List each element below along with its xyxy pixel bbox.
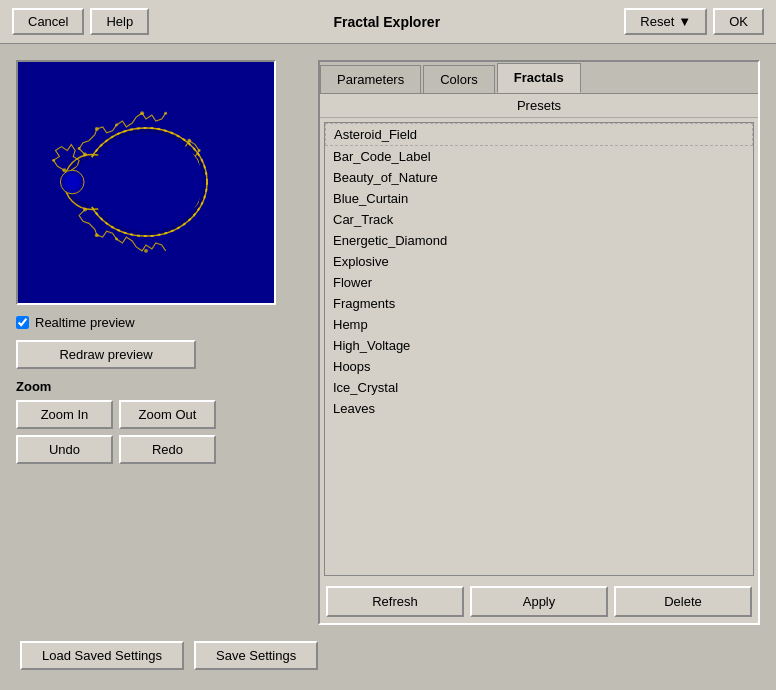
redo-button[interactable]: Redo [119,435,216,464]
list-item[interactable]: Bar_Code_Label [325,146,753,167]
tab-fractals[interactable]: Fractals [497,63,581,93]
svg-point-8 [83,152,87,156]
undo-button[interactable]: Undo [16,435,113,464]
svg-point-11 [115,123,118,126]
list-item[interactable]: Hoops [325,356,753,377]
list-item[interactable]: Explosive [325,251,753,272]
svg-point-10 [95,127,99,131]
zoom-out-button[interactable]: Zoom Out [119,400,216,429]
svg-point-23 [64,174,80,190]
title-bar-right: Reset ▼ OK [624,8,764,35]
ok-button[interactable]: OK [713,8,764,35]
refresh-button[interactable]: Refresh [326,586,464,617]
bottom-bar: Load Saved Settings Save Settings [16,637,760,674]
zoom-label: Zoom [16,379,306,394]
realtime-row: Realtime preview [16,315,306,330]
zoom-in-button[interactable]: Zoom In [16,400,113,429]
title-bar: Cancel Help Fractal Explorer Reset ▼ OK [0,0,776,44]
svg-point-20 [187,139,191,143]
svg-point-21 [198,149,201,152]
svg-point-13 [164,112,167,115]
apply-button[interactable]: Apply [470,586,608,617]
redraw-preview-button[interactable]: Redraw preview [16,340,196,369]
load-settings-button[interactable]: Load Saved Settings [20,641,184,670]
svg-point-17 [144,249,148,253]
svg-point-19 [52,159,55,162]
app-title: Fractal Explorer [333,14,440,30]
title-bar-left: Cancel Help [12,8,149,35]
presets-label: Presets [320,94,758,118]
list-item[interactable]: Flower [325,272,753,293]
right-panel: Parameters Colors Fractals Presets Aster… [318,60,760,625]
zoom-section: Zoom Zoom In Zoom Out Undo Redo [16,379,306,464]
list-item[interactable]: Asteroid_Field [325,123,753,146]
zoom-buttons: Zoom In Zoom Out Undo Redo [16,400,216,464]
chevron-down-icon: ▼ [678,14,691,29]
list-item[interactable]: Beauty_of_Nature [325,167,753,188]
tabs: Parameters Colors Fractals [320,62,758,94]
svg-point-16 [115,238,118,241]
top-section: Realtime preview Redraw preview Zoom Zoo… [16,60,760,625]
help-button[interactable]: Help [90,8,149,35]
svg-point-9 [78,147,81,150]
list-item[interactable]: Blue_Curtain [325,188,753,209]
list-item[interactable]: High_Voltage [325,335,753,356]
list-item[interactable]: Ice_Crystal [325,377,753,398]
main-content: Realtime preview Redraw preview Zoom Zoo… [0,44,776,690]
save-settings-button[interactable]: Save Settings [194,641,318,670]
list-item[interactable]: Energetic_Diamond [325,230,753,251]
delete-button[interactable]: Delete [614,586,752,617]
left-panel: Realtime preview Redraw preview Zoom Zoo… [16,60,306,625]
fractal-preview [16,60,276,305]
realtime-checkbox[interactable] [16,316,29,329]
presets-list[interactable]: Asteroid_Field Bar_Code_Label Beauty_of_… [324,122,754,576]
cancel-button[interactable]: Cancel [12,8,84,35]
list-item[interactable]: Car_Track [325,209,753,230]
list-item[interactable]: Hemp [325,314,753,335]
svg-point-15 [95,233,99,237]
preset-buttons: Refresh Apply Delete [320,580,758,623]
tab-parameters[interactable]: Parameters [320,65,421,93]
svg-point-12 [140,111,144,115]
list-item[interactable]: Leaves [325,398,753,419]
tab-colors[interactable]: Colors [423,65,495,93]
reset-label: Reset [640,14,674,29]
reset-button[interactable]: Reset ▼ [624,8,707,35]
list-item[interactable]: Fragments [325,293,753,314]
realtime-label: Realtime preview [35,315,135,330]
svg-point-14 [83,208,87,212]
